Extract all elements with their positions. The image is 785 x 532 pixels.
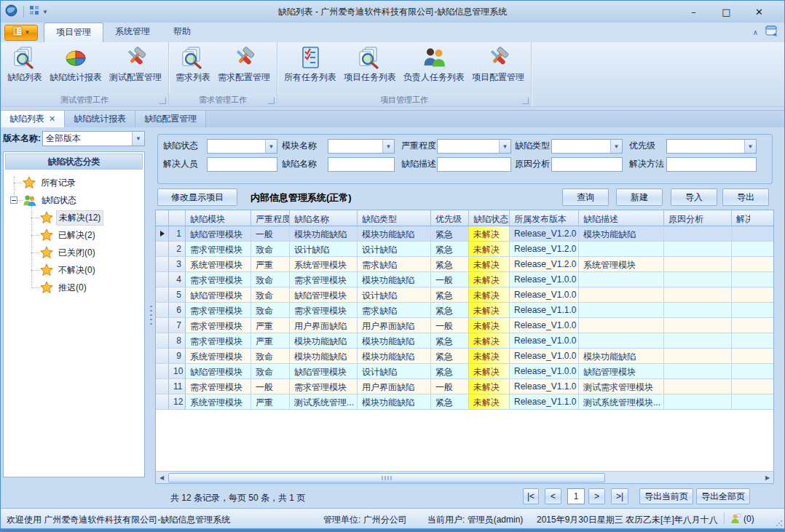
- grid-cell: 缺陷管理模块: [186, 364, 251, 379]
- ribbon-button-项目配置管理[interactable]: 项目配置管理: [468, 44, 528, 85]
- grid-row[interactable]: 6需求管理模块致命需求管理模块需求缺陷紧急未解决Release_V1.1.0: [156, 303, 773, 318]
- tree-item-所有记录[interactable]: 所有记录: [5, 174, 143, 191]
- scrollbar-thumb[interactable]: [168, 473, 605, 483]
- resize-grip[interactable]: [776, 520, 783, 527]
- grid-row[interactable]: 1缺陷管理模块一般模块功能缺陷模块功能缺陷紧急未解决Release_V1.2.0…: [156, 226, 773, 242]
- filter-combo-严重程度[interactable]: ▼: [437, 139, 511, 154]
- dialog-launcher-icon[interactable]: [159, 98, 166, 104]
- toolbar-button-查询[interactable]: 查询: [562, 188, 609, 206]
- grid-column-header-解决方法[interactable]: 解决方法: [732, 210, 774, 226]
- grid-column-header-缺陷模块[interactable]: 缺陷模块: [186, 210, 251, 226]
- ribbon-help-icon[interactable]: [765, 25, 778, 39]
- filter-combo-模块名称[interactable]: ▼: [328, 139, 395, 154]
- ribbon-button-缺陷列表[interactable]: 缺陷列表: [4, 44, 46, 85]
- filter-box: 缺陷状态▼模块名称▼严重程度▼缺陷类型▼优先级▼解决人员缺陷名称缺陷描述原因分析…: [157, 134, 773, 184]
- filter-input-解决人员[interactable]: [207, 157, 277, 172]
- tree-item-推迟(0)[interactable]: 推迟(0): [5, 279, 143, 296]
- grid-column-header-缺陷描述[interactable]: 缺陷描述: [579, 210, 664, 226]
- combo-dropdown-icon[interactable]: ▼: [132, 132, 144, 146]
- tree-item-已关闭(0)[interactable]: 已关闭(0): [5, 244, 143, 261]
- minimize-button[interactable]: –: [677, 7, 710, 17]
- grid-row[interactable]: 11需求管理模块一般需求管理模块用户界面缺陷一般未解决Release_V1.1.…: [156, 379, 773, 394]
- grid-column-header-优先级[interactable]: 优先级: [431, 210, 469, 226]
- grid-column-header-缺陷名称[interactable]: 缺陷名称: [290, 210, 358, 226]
- tree-expander-icon[interactable]: [10, 196, 17, 204]
- version-combobox[interactable]: 全部版本 ▼: [42, 131, 145, 146]
- collapse-ribbon-icon[interactable]: ∧: [753, 28, 758, 36]
- grid-row[interactable]: 2需求管理模块致命设计缺陷设计缺陷紧急未解决Release_V1.2.0: [156, 242, 773, 257]
- grid-cell: Release_V1.0.0: [510, 272, 579, 287]
- document-tab-缺陷配置管理[interactable]: 缺陷配置管理: [135, 111, 206, 127]
- tree-item-缺陷状态[interactable]: 缺陷状态: [5, 191, 143, 209]
- filter-combo-优先级[interactable]: ▼: [666, 139, 757, 154]
- tab-close-icon[interactable]: ✕: [49, 114, 55, 124]
- tree-item-已解决(2)[interactable]: 已解决(2): [5, 226, 143, 244]
- combo-dropdown-icon[interactable]: ▼: [499, 140, 510, 153]
- grid-column-header-原因分析[interactable]: 原因分析: [664, 210, 732, 226]
- filter-input-原因分析[interactable]: [551, 157, 623, 172]
- toolbar-button-导入[interactable]: 导入: [671, 188, 717, 206]
- toolbar-button-导出[interactable]: 导出: [722, 188, 769, 206]
- grid-row[interactable]: 9系统管理模块致命模块功能缺陷模块功能缺陷紧急未解决Release_V1.0.0…: [156, 349, 773, 364]
- pager-export_all-button[interactable]: 导出全部页: [696, 488, 750, 504]
- ribbon-button-需求配置管理[interactable]: 需求配置管理: [214, 44, 274, 85]
- combo-dropdown-icon[interactable]: ▼: [265, 140, 277, 153]
- ribbon-group-caption: 需求管理工作: [169, 94, 277, 106]
- modify-display-items-button[interactable]: 修改显示项目: [157, 188, 237, 206]
- pager-export_current-button[interactable]: 导出当前页: [639, 488, 693, 504]
- app-menu-button[interactable]: ▼: [4, 25, 38, 41]
- tree-item-不解决(0)[interactable]: 不解决(0): [5, 261, 143, 279]
- grid-row[interactable]: 12系统管理模块严重测试系统管理...模块功能缺陷紧急未解决Release_V1…: [156, 394, 773, 410]
- grid-column-header-所属发布版本[interactable]: 所属发布版本: [510, 210, 579, 226]
- document-tab-缺陷列表[interactable]: 缺陷列表✕: [1, 111, 65, 127]
- grid-column-header-缺陷状态[interactable]: 缺陷状态: [469, 210, 510, 226]
- close-button[interactable]: ✕: [743, 7, 776, 17]
- ribbon-button-测试配置管理[interactable]: 测试配置管理: [106, 44, 165, 85]
- grid-row[interactable]: 10缺陷管理模块致命缺陷管理模块设计缺陷紧急未解决Release_V1.0.0缺…: [156, 364, 773, 379]
- filter-input-缺陷描述[interactable]: [437, 157, 511, 172]
- toolbar-button-新建[interactable]: 新建: [616, 188, 663, 206]
- grid-row[interactable]: 8需求管理模块严重模块功能缺陷模块功能缺陷紧急未解决Release_V1.0.0: [156, 333, 773, 349]
- combo-dropdown-icon[interactable]: ▼: [382, 140, 394, 153]
- filter-combo-缺陷状态[interactable]: ▼: [207, 139, 277, 154]
- grid-row[interactable]: 3系统管理模块严重系统管理模块需求缺陷紧急未解决Release_V1.2.0系统…: [156, 257, 773, 272]
- grid-column-header-缺陷类型[interactable]: 缺陷类型: [358, 210, 431, 226]
- document-tab-缺陷统计报表[interactable]: 缺陷统计报表: [65, 111, 135, 127]
- scroll-right-icon[interactable]: ▶: [762, 472, 773, 483]
- page-number-input[interactable]: 1: [567, 488, 585, 504]
- grid-cell: 测试需求管理模块: [579, 379, 664, 394]
- panel-splitter[interactable]: [146, 127, 155, 508]
- filter-input-解决方法[interactable]: [666, 157, 757, 172]
- grid-row[interactable]: 4需求管理模块致命需求管理模块模块功能缺陷一般未解决Release_V1.0.0: [156, 272, 773, 287]
- ribbon-button-所有任务列表[interactable]: 所有任务列表: [280, 44, 340, 85]
- quick-access-toolbar-icon[interactable]: [30, 6, 39, 17]
- ribbon-button-缺陷统计报表[interactable]: 缺陷统计报表: [46, 44, 106, 85]
- grid-row[interactable]: 7需求管理模块严重用户界面缺陷用户界面缺陷一般未解决Release_V1.0.0: [156, 318, 773, 333]
- grid-column-header-严重程度[interactable]: 严重程度: [251, 210, 290, 226]
- filter-input-缺陷名称[interactable]: [328, 157, 395, 172]
- pager-last-button[interactable]: >|: [611, 488, 628, 504]
- ribbon-button-需求列表[interactable]: 需求列表: [172, 44, 214, 85]
- grid-horizontal-scrollbar[interactable]: ◀ ▶: [156, 471, 773, 483]
- tree-item-未解决(12)[interactable]: 未解决(12): [5, 209, 143, 226]
- quick-access-dropdown-icon[interactable]: ▼: [42, 9, 48, 15]
- grid-row[interactable]: 5缺陷管理模块致命缺陷管理模块设计缺陷紧急未解决Release_V1.0.0: [156, 287, 773, 303]
- combo-dropdown-icon[interactable]: ▼: [744, 140, 756, 153]
- ribbon-tab-项目管理[interactable]: 项目管理: [44, 23, 103, 42]
- current-row-arrow-icon: [160, 231, 165, 237]
- ribbon-tab-帮助[interactable]: 帮助: [162, 23, 202, 42]
- row-indicator-cell: [156, 318, 169, 333]
- ribbon-tab-系统管理[interactable]: 系统管理: [103, 23, 162, 42]
- ribbon-button-项目任务列表[interactable]: 项目任务列表: [340, 44, 400, 85]
- combo-dropdown-icon[interactable]: ▼: [610, 140, 622, 153]
- pager-next-button[interactable]: >: [588, 488, 605, 504]
- grid-cell: [664, 226, 732, 242]
- dialog-launcher-icon[interactable]: [268, 98, 275, 104]
- dialog-launcher-icon[interactable]: [522, 98, 529, 104]
- pager-first-button[interactable]: |<: [523, 488, 539, 504]
- pager-prev-button[interactable]: <: [545, 488, 561, 504]
- maximize-button[interactable]: □: [710, 7, 743, 17]
- ribbon-button-负责人任务列表[interactable]: 负责人任务列表: [400, 44, 468, 85]
- filter-combo-缺陷类型[interactable]: ▼: [551, 139, 623, 154]
- scroll-left-icon[interactable]: ◀: [156, 472, 167, 483]
